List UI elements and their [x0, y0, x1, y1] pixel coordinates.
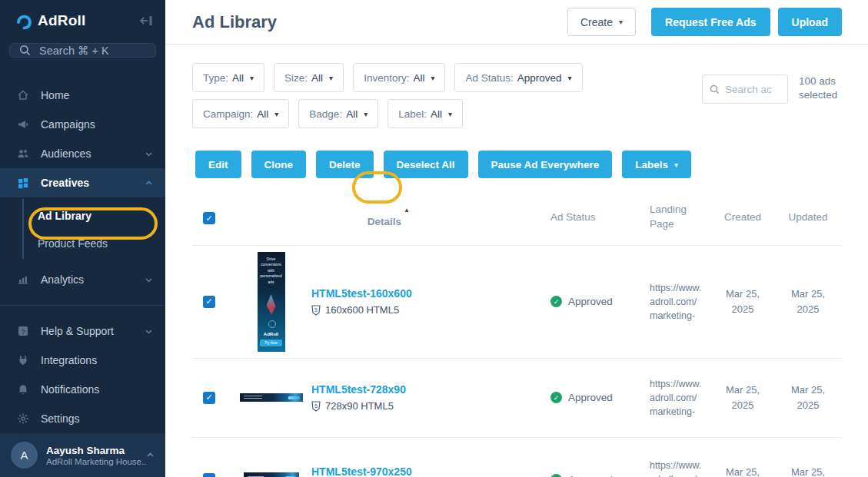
- chevron-up-icon: [146, 451, 155, 459]
- sidebar-item-integrations[interactable]: Integrations: [0, 346, 165, 375]
- filter-chips: Type: All ▾ Size: All ▾ Inventory: All: [192, 63, 702, 135]
- labels-button[interactable]: Labels ▾: [622, 151, 691, 178]
- filter-value: All: [311, 72, 323, 84]
- sidebar-item-home[interactable]: Home: [0, 81, 165, 110]
- subitem-label: Product Feeds: [38, 237, 108, 250]
- upload-label: Upload: [792, 16, 828, 28]
- ad-status: ✓ Approved: [538, 474, 650, 477]
- caret-down-icon: ▾: [568, 74, 572, 82]
- user-org: AdRoll Marketing House...: [46, 457, 146, 466]
- filters-right: 100 ads selected: [702, 63, 842, 135]
- landing-page-link[interactable]: https://www.adroll.com/marketing-: [650, 377, 703, 419]
- create-button[interactable]: Create ▾: [567, 8, 636, 36]
- ad-name-link[interactable]: HTML5test-728x90: [311, 383, 538, 396]
- column-header-landing-page[interactable]: Landing Page: [650, 203, 711, 245]
- column-label: Ad Status: [550, 211, 596, 223]
- filter-size[interactable]: Size: All ▾: [274, 63, 344, 92]
- sidebar-item-label: Creatives: [41, 177, 145, 189]
- pause-label: Pause Ad Everywhere: [491, 159, 600, 171]
- gear-icon: [16, 412, 29, 426]
- sidebar-subitem-ad-library[interactable]: Ad Library: [0, 202, 165, 230]
- landing-page-link[interactable]: https://www.adroll.com/marketing-: [650, 459, 703, 477]
- chevron-down-icon: [145, 276, 153, 284]
- sidebar-item-label: Integrations: [41, 354, 153, 366]
- updated-date: Mar 25, 2025: [774, 465, 842, 477]
- approved-check-icon: ✓: [550, 296, 562, 307]
- ad-thumb-logo: AdRoll: [264, 332, 278, 336]
- filter-label: Inventory:: [364, 72, 409, 84]
- filter-label[interactable]: Label: All ▾: [387, 99, 463, 128]
- sidebar-collapse-icon[interactable]: [139, 13, 155, 28]
- user-menu[interactable]: A Aayush Sharma AdRoll Marketing House..…: [0, 433, 165, 477]
- sidebar-item-campaigns[interactable]: Campaigns: [0, 110, 165, 139]
- ads-search-input[interactable]: [725, 84, 779, 95]
- caret-down-icon: ▾: [364, 110, 367, 118]
- ad-thumb-art: [258, 285, 285, 332]
- filter-inventory[interactable]: Inventory: All ▾: [353, 63, 445, 92]
- sidebar-item-audiences[interactable]: Audiences: [0, 139, 165, 168]
- sidebar-search[interactable]: Search ⌘ + K: [9, 43, 156, 58]
- filter-value: All: [346, 108, 358, 120]
- svg-text:5: 5: [314, 402, 318, 408]
- filter-label: Type:: [203, 72, 228, 84]
- row-checkbox[interactable]: ✓: [203, 392, 215, 404]
- caret-down-icon: ▾: [250, 74, 254, 82]
- home-icon: [16, 89, 29, 102]
- table-header: ✓ ▲ Details Ad Status Landing Page Creat…: [192, 203, 842, 245]
- svg-text:?: ?: [21, 328, 25, 336]
- search-icon: [710, 84, 720, 94]
- column-label: Landing Page: [650, 204, 687, 230]
- upload-button[interactable]: Upload: [778, 8, 842, 36]
- column-header-created[interactable]: Created: [711, 211, 774, 236]
- deselect-all-button[interactable]: Deselect All: [384, 151, 468, 178]
- column-label: Details: [367, 216, 401, 227]
- plug-icon: [16, 354, 29, 367]
- column-header-updated[interactable]: Updated: [774, 211, 842, 236]
- bulk-actions: Edit Clone Delete Deselect All Pause Ad …: [195, 151, 842, 178]
- chart-icon: [16, 273, 29, 287]
- sidebar-item-help-support[interactable]: ? Help & Support: [0, 316, 165, 346]
- filter-ad-status[interactable]: Ad Status: Approved ▾: [454, 63, 582, 92]
- ad-name-link[interactable]: HTML5test-970x250: [311, 465, 538, 477]
- sidebar-item-analytics[interactable]: Analytics: [0, 265, 165, 294]
- column-header-ad-status[interactable]: Ad Status: [538, 211, 650, 236]
- sidebar-subitem-product-feeds[interactable]: Product Feeds: [0, 230, 165, 257]
- sidebar-item-label: Analytics: [41, 273, 145, 286]
- ad-name-link[interactable]: HTML5test-160x600: [311, 287, 538, 300]
- sidebar-item-notifications[interactable]: Notifications: [0, 375, 165, 404]
- column-header-details[interactable]: ▲ Details: [231, 207, 538, 240]
- row-checkbox[interactable]: ✓: [203, 296, 215, 308]
- ad-meta: 5 728x90 HTML5: [311, 400, 538, 412]
- ad-thumbnail[interactable]: [240, 393, 303, 402]
- row-checkbox[interactable]: ✓: [203, 473, 215, 477]
- logo-row: AdRoll: [0, 0, 165, 37]
- chevron-up-icon: [145, 179, 153, 187]
- request-free-ads-button[interactable]: Request Free Ads: [651, 8, 770, 36]
- deselect-all-label: Deselect All: [397, 159, 455, 171]
- sidebar-item-creatives[interactable]: Creatives: [0, 168, 165, 197]
- filter-badge[interactable]: Badge: All ▾: [298, 99, 378, 128]
- edit-button[interactable]: Edit: [195, 151, 241, 178]
- delete-button[interactable]: Delete: [316, 151, 374, 178]
- table-row: ✓ HTML5test-728x90 5 728x90 HTML5: [192, 358, 842, 437]
- ad-thumbnail[interactable]: [244, 472, 299, 477]
- filter-campaign[interactable]: Campaign: All ▾: [192, 99, 289, 128]
- ads-search-box[interactable]: [702, 75, 788, 104]
- labels-label: Labels: [635, 159, 668, 171]
- column-label: Created: [724, 211, 761, 223]
- approved-check-icon: ✓: [550, 392, 562, 403]
- sidebar-item-label: Help & Support: [41, 325, 145, 337]
- ad-thumbnail[interactable]: Drive conversions with personalized ads …: [258, 252, 285, 352]
- clone-button[interactable]: Clone: [251, 151, 307, 178]
- created-date: Mar 25, 2025: [711, 465, 774, 477]
- pause-ad-everywhere-button[interactable]: Pause Ad Everywhere: [478, 151, 613, 178]
- sidebar: AdRoll Search ⌘ + K Home: [0, 0, 165, 477]
- landing-page-link[interactable]: https://www.adroll.com/marketing-: [650, 281, 703, 323]
- caret-down-icon: ▾: [448, 110, 452, 118]
- people-icon: [16, 147, 29, 161]
- chevron-down-icon: [145, 327, 153, 336]
- sidebar-item-settings[interactable]: Settings: [0, 404, 165, 433]
- filter-type[interactable]: Type: All ▾: [192, 63, 264, 92]
- avatar: A: [11, 442, 38, 469]
- select-all-checkbox[interactable]: ✓: [203, 212, 215, 224]
